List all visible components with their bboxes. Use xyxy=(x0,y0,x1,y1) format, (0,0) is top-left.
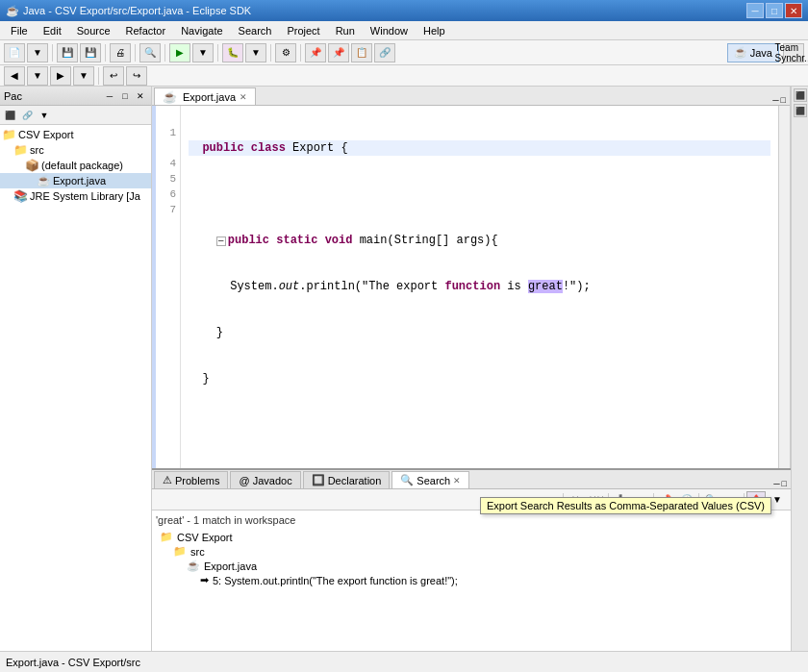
search-tab-icon: 🔍 xyxy=(400,474,414,486)
redo-button[interactable]: ↪ xyxy=(126,66,147,86)
window-title: Java - CSV Export/src/Export.java - Ecli… xyxy=(23,5,251,16)
new-button[interactable]: 📄 xyxy=(4,43,25,62)
result-csv-icon: 📁 xyxy=(160,531,173,543)
editor-tab-icon: ☕ xyxy=(163,90,177,104)
line-num-3 xyxy=(156,140,176,156)
print-button[interactable]: 🖨 xyxy=(110,43,131,62)
panel-minimize-btn[interactable]: ─ xyxy=(103,89,116,103)
right-sidebar-btn1[interactable]: ⬛ xyxy=(794,88,807,102)
menu-window[interactable]: Window xyxy=(364,23,415,38)
menu-help[interactable]: Help xyxy=(417,23,452,38)
window-controls: ─ □ ✕ xyxy=(746,3,802,18)
line-num-1 xyxy=(156,110,176,125)
result-summary: 'great' - 1 match in workspace xyxy=(156,514,787,526)
editor-minimize-btn[interactable]: ─ xyxy=(772,95,778,105)
run-dropdown[interactable]: ▼ xyxy=(192,43,214,62)
bottom-tabs: ⚠ Problems @ Javadoc 🔲 Declaration 🔍 Sea… xyxy=(152,470,791,489)
tree-item-jre[interactable]: 📚 JRE System Library [Ja xyxy=(0,188,151,204)
tab-declaration[interactable]: 🔲 Declaration xyxy=(303,471,391,488)
back-dropdown[interactable]: ▼ xyxy=(27,66,48,86)
view-menu-btn[interactable]: ▼ xyxy=(37,108,52,123)
problems-label: Problems xyxy=(175,475,219,486)
csv-export-icon: 📁 xyxy=(2,128,16,141)
result-export-java[interactable]: ☕ Export.java xyxy=(156,559,787,573)
toolbar-main: 📄 ▼ 💾 💾 🖨 🔍 ▶ ▼ 🐛 ▼ ⚙ 📌 📌 📋 🔗 ☕ Java Tea… xyxy=(0,40,808,65)
back-button[interactable]: ◀ xyxy=(4,66,25,86)
search-toolbar-btn[interactable]: 🔍 xyxy=(139,43,161,62)
menu-source[interactable]: Source xyxy=(70,23,117,38)
nav-btn1[interactable]: 📌 xyxy=(305,43,326,62)
tree-item-default-package[interactable]: 📦 (default package) xyxy=(0,158,151,173)
sep5 xyxy=(217,44,218,62)
menu-navigate[interactable]: Navigate xyxy=(174,23,229,38)
bottom-panel-controls: ─ □ xyxy=(469,479,791,488)
minimize-button[interactable]: ─ xyxy=(746,3,764,18)
menu-file[interactable]: File xyxy=(4,23,35,38)
package-explorer-title: Pac xyxy=(4,90,22,102)
tree-item-src[interactable]: 📁 src xyxy=(0,142,151,158)
ext-tools-button[interactable]: ⚙ xyxy=(275,43,296,62)
java-perspective-btn[interactable]: ☕ Java xyxy=(727,43,779,62)
nav-btn4[interactable]: 🔗 xyxy=(374,43,395,62)
save-all-button[interactable]: 💾 xyxy=(80,43,101,62)
code-line-println: System.out.println("The export function … xyxy=(189,279,770,294)
forward-button[interactable]: ▶ xyxy=(50,66,71,86)
collapse-all-btn[interactable]: ⬛ xyxy=(2,108,17,123)
panel-maximize-btn[interactable]: □ xyxy=(118,89,132,103)
link-editor-btn[interactable]: 🔗 xyxy=(19,108,35,123)
collapse-main-btn[interactable]: ─ xyxy=(216,236,226,246)
sep6 xyxy=(270,44,271,62)
nav-btn3[interactable]: 📋 xyxy=(351,43,372,62)
panel-close-btn[interactable]: ✕ xyxy=(134,89,147,103)
forward-dropdown[interactable]: ▼ xyxy=(73,66,94,86)
menu-refactor[interactable]: Refactor xyxy=(119,23,173,38)
jre-icon: 📚 xyxy=(13,189,28,203)
result-match-line[interactable]: ➡ 5: System.out.println("The export func… xyxy=(156,573,787,587)
sep2 xyxy=(105,44,106,62)
menu-edit[interactable]: Edit xyxy=(37,23,68,38)
result-src[interactable]: 📁 src xyxy=(156,544,787,559)
code-line-empty xyxy=(189,187,770,202)
menu-project[interactable]: Project xyxy=(280,23,326,38)
jre-label: JRE System Library [Ja xyxy=(30,190,140,202)
title-bar: ☕ Java - CSV Export/src/Export.java - Ec… xyxy=(0,0,808,21)
bottom-maximize-btn[interactable]: □ xyxy=(782,479,787,488)
export-tooltip: Export Search Results as Comma-Separated… xyxy=(480,497,771,514)
new-dropdown[interactable]: ▼ xyxy=(27,43,48,62)
panel-header-controls: ─ □ ✕ xyxy=(103,89,147,103)
tree-item-csv-export[interactable]: 📁 CSV Export xyxy=(0,127,151,142)
tab-problems[interactable]: ⚠ Problems xyxy=(154,471,228,488)
right-sidebar-btn2[interactable]: ⬛ xyxy=(794,104,807,117)
code-content[interactable]: public class Export { ─public static voi… xyxy=(181,106,778,468)
bottom-minimize-btn[interactable]: ─ xyxy=(773,479,779,488)
package-explorer-header: Pac ─ □ ✕ xyxy=(0,87,151,106)
editor-scrollbar[interactable] xyxy=(778,106,790,468)
tab-javadoc[interactable]: @ Javadoc xyxy=(230,471,300,488)
result-match-icon: ➡ xyxy=(200,574,209,586)
sep1 xyxy=(52,44,53,62)
maximize-button[interactable]: □ xyxy=(766,3,783,18)
code-editor[interactable]: 1 4 5 6 7 public class Export { ─public … xyxy=(152,106,790,468)
default-package-label: (default package) xyxy=(41,160,123,171)
result-csv-export[interactable]: 📁 CSV Export xyxy=(156,530,787,544)
search-tab-close[interactable]: ✕ xyxy=(453,476,461,485)
menu-search[interactable]: Search xyxy=(232,23,279,38)
editor-tab-close[interactable]: ✕ xyxy=(240,92,247,102)
close-button[interactable]: ✕ xyxy=(785,3,802,18)
save-button[interactable]: 💾 xyxy=(57,43,78,62)
nav-btn2[interactable]: 📌 xyxy=(328,43,349,62)
title-icon: ☕ xyxy=(6,5,19,17)
undo-button[interactable]: ↩ xyxy=(103,66,124,86)
title-text: ☕ Java - CSV Export/src/Export.java - Ec… xyxy=(6,5,251,17)
run-button[interactable]: ▶ xyxy=(169,43,190,62)
editor-tab-export[interactable]: ☕ Export.java ✕ xyxy=(154,87,256,105)
team-sync-btn[interactable]: Team Synchr... xyxy=(783,43,804,62)
debug-dropdown[interactable]: ▼ xyxy=(245,43,266,62)
tab-search[interactable]: 🔍 Search ✕ xyxy=(391,471,469,488)
tree-item-export-java[interactable]: ☕ Export.java xyxy=(0,173,151,188)
menu-run[interactable]: Run xyxy=(329,23,362,38)
result-match-label: 5: System.out.println("The export functi… xyxy=(213,575,458,586)
debug-button[interactable]: 🐛 xyxy=(222,43,243,62)
editor-maximize-btn[interactable]: □ xyxy=(781,95,786,105)
main-layout: Pac ─ □ ✕ ⬛ 🔗 ▼ 📁 CSV Export 📁 src xyxy=(0,87,808,651)
